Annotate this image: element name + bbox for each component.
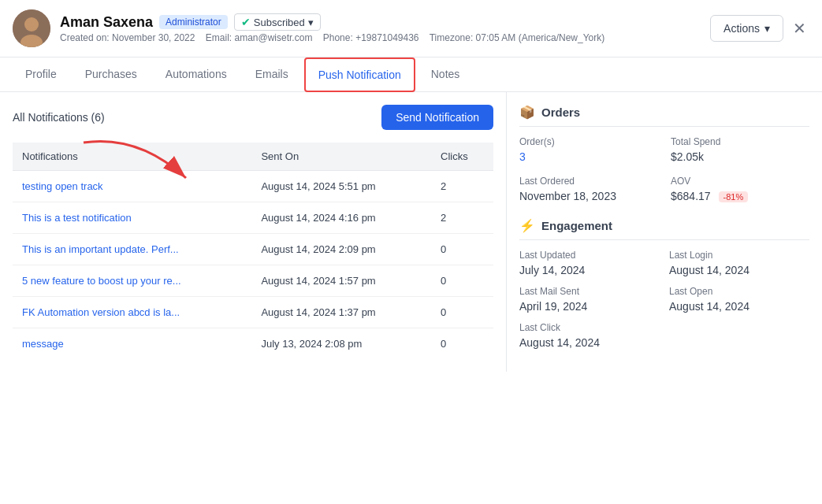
last-mail-stat: Last Mail Sent April 19, 2024 <box>519 286 660 313</box>
tab-emails[interactable]: Emails <box>243 58 301 91</box>
avatar <box>13 9 50 47</box>
last-login-label: Last Login <box>669 250 809 261</box>
tab-notes[interactable]: Notes <box>418 58 473 91</box>
last-click-stat: Last Click August 14, 2024 <box>519 322 660 349</box>
notif-clicks: 2 <box>431 171 493 202</box>
send-notification-button[interactable]: Send Notification <box>381 105 493 130</box>
notif-clicks: 0 <box>431 328 493 360</box>
aov-stat: AOV $684.17 -81% <box>671 176 809 202</box>
notif-sent-on: August 14, 2024 4:16 pm <box>251 202 431 234</box>
last-updated-label: Last Updated <box>519 250 660 261</box>
created-label: Created on: <box>60 32 110 43</box>
aov-label: AOV <box>671 176 809 187</box>
admin-badge: Administrator <box>159 15 228 29</box>
table-row: testing open track August 14, 2024 5:51 … <box>13 171 493 202</box>
email-label: Email: <box>206 32 232 43</box>
orders-count-label: Order(s) <box>519 136 658 147</box>
total-spend-label: Total Spend <box>671 136 809 147</box>
notif-clicks: 0 <box>431 234 493 265</box>
notif-name[interactable]: message <box>13 328 251 360</box>
page-header: Aman Saxena Administrator ✔ Subscribed ▾… <box>0 0 822 57</box>
table-row: 5 new feature to boost up your re... Aug… <box>13 265 493 297</box>
notif-name[interactable]: FK Automation version abcd is la... <box>13 297 251 328</box>
last-updated-stat: Last Updated July 14, 2024 <box>519 250 660 276</box>
user-info: Aman Saxena Administrator ✔ Subscribed ▾… <box>60 13 701 43</box>
notif-sent-on: August 14, 2024 5:51 pm <box>251 171 431 202</box>
svg-point-1 <box>24 17 39 32</box>
notif-sent-on: August 14, 2024 1:57 pm <box>251 265 431 297</box>
user-meta: Created on: November 30, 2022 Email: ama… <box>60 32 701 43</box>
notif-name[interactable]: testing open track <box>13 171 251 202</box>
notif-sent-on: August 14, 2024 1:37 pm <box>251 297 431 328</box>
notifications-panel: All Notifications (6) Send Notification … <box>0 92 507 372</box>
last-login-value: August 14, 2024 <box>669 264 809 276</box>
last-open-value: August 14, 2024 <box>669 300 809 313</box>
aov-badge: -81% <box>719 191 749 202</box>
total-spend-stat: Total Spend $2.05k <box>671 136 809 163</box>
tab-push-notification[interactable]: Push Notification <box>304 57 415 92</box>
table-header-row: Notifications Sent On Clicks <box>13 143 493 171</box>
last-updated-value: July 14, 2024 <box>519 264 660 276</box>
last-open-label: Last Open <box>669 286 809 297</box>
box-icon: 📦 <box>519 105 535 120</box>
orders-count-stat: Order(s) 3 <box>519 136 658 163</box>
notif-clicks: 2 <box>431 202 493 234</box>
last-ordered-stat: Last Ordered November 18, 2023 <box>519 176 658 202</box>
notif-clicks: 0 <box>431 297 493 328</box>
last-click-value: August 14, 2024 <box>519 336 660 349</box>
chevron-down-icon: ▾ <box>764 22 770 35</box>
timezone-value: 07:05 AM (America/New_York) <box>476 32 605 43</box>
subscribed-label: Subscribed <box>254 17 305 28</box>
close-icon: ✕ <box>793 20 806 37</box>
last-mail-label: Last Mail Sent <box>519 286 660 297</box>
last-click-label: Last Click <box>519 322 660 333</box>
tab-purchases[interactable]: Purchases <box>73 58 150 91</box>
email-value: aman@wisetr.com <box>235 32 313 43</box>
user-name: Aman Saxena <box>60 14 153 31</box>
notif-name[interactable]: 5 new feature to boost up your re... <box>13 265 251 297</box>
aov-value: $684.17 -81% <box>671 190 809 202</box>
chevron-down-icon: ▾ <box>308 17 314 28</box>
total-spend-value: $2.05k <box>671 150 809 163</box>
notifications-table: Notifications Sent On Clicks testing ope… <box>13 143 493 359</box>
last-ordered-label: Last Ordered <box>519 176 658 187</box>
engagement-stats: Last Updated July 14, 2024 Last Login Au… <box>519 250 809 349</box>
col-sent-on: Sent On <box>251 143 431 171</box>
notif-sent-on: August 14, 2024 2:09 pm <box>251 234 431 265</box>
notif-name[interactable]: This is an important update. Perf... <box>13 234 251 265</box>
subscribed-badge[interactable]: ✔ Subscribed ▾ <box>234 13 321 31</box>
aov-amount: $684.17 <box>671 190 711 202</box>
phone-label: Phone: <box>323 32 353 43</box>
nav-tabs: Profile Purchases Automations Emails Pus… <box>0 57 822 92</box>
table-row: This is an important update. Perf... Aug… <box>13 234 493 265</box>
last-open-stat: Last Open August 14, 2024 <box>669 286 809 313</box>
table-row: FK Automation version abcd is la... Augu… <box>13 297 493 328</box>
actions-button[interactable]: Actions ▾ <box>710 15 783 42</box>
created-value: November 30, 2022 <box>112 32 195 43</box>
col-clicks: Clicks <box>431 143 493 171</box>
orders-title: Orders <box>541 106 580 119</box>
last-login-stat: Last Login August 14, 2024 <box>669 250 809 276</box>
table-row: This is a test notification August 14, 2… <box>13 202 493 234</box>
notif-name[interactable]: This is a test notification <box>13 202 251 234</box>
notif-clicks: 0 <box>431 265 493 297</box>
header-actions: Actions ▾ ✕ <box>710 15 809 42</box>
engagement-section: ⚡ Engagement Last Updated July 14, 2024 … <box>519 218 809 349</box>
tab-profile[interactable]: Profile <box>13 58 69 91</box>
right-panel: 📦 Orders Order(s) 3 Total Spend $2.05k L… <box>507 92 822 372</box>
last-mail-value: April 19, 2024 <box>519 300 660 313</box>
main-content: All Notifications (6) Send Notification … <box>0 92 822 372</box>
tab-automations[interactable]: Automations <box>153 58 240 91</box>
engagement-title: ⚡ Engagement <box>519 218 809 240</box>
orders-stats: Order(s) 3 Total Spend $2.05k Last Order… <box>519 136 809 202</box>
col-notifications: Notifications <box>13 143 251 171</box>
orders-section-title: 📦 Orders <box>519 105 809 127</box>
timezone-label: Timezone: <box>430 32 474 43</box>
engagement-label: Engagement <box>541 219 612 232</box>
table-row: message July 13, 2024 2:08 pm 0 <box>13 328 493 360</box>
panel-title: All Notifications (6) <box>13 111 105 124</box>
engagement-icon: ⚡ <box>519 218 535 233</box>
phone-value: +19871049436 <box>355 32 418 43</box>
close-button[interactable]: ✕ <box>790 16 809 41</box>
orders-link[interactable]: 3 <box>519 150 526 163</box>
